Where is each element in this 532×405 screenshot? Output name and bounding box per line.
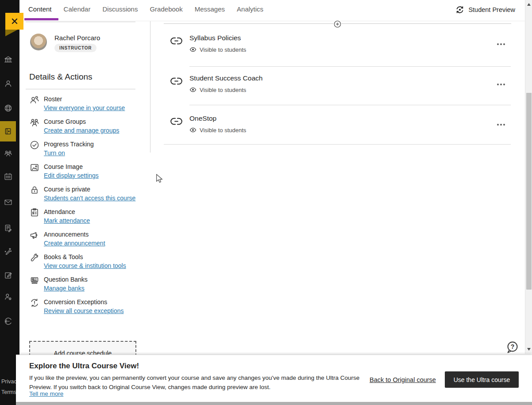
- scrollbar-down-arrow[interactable]: [527, 348, 531, 351]
- roster-link[interactable]: View everyone in your course: [44, 103, 125, 113]
- visibility-eye-icon: [189, 46, 197, 53]
- item-label: Announcements: [44, 230, 105, 239]
- attendance-link[interactable]: Mark attendance: [44, 216, 90, 225]
- admin-icon[interactable]: [0, 287, 16, 307]
- tab-content[interactable]: Content: [28, 5, 52, 13]
- terms-link[interactable]: Terms: [1, 389, 16, 395]
- progress-tracking-link[interactable]: Turn on: [44, 149, 65, 158]
- help-button[interactable]: ?: [505, 340, 520, 354]
- scrollbar-thumb[interactable]: [526, 93, 532, 290]
- globe-icon[interactable]: [0, 98, 16, 118]
- content-item-status[interactable]: Visible to students: [189, 126, 246, 134]
- profile-icon[interactable]: [0, 73, 16, 94]
- content-item-title[interactable]: OneStop: [189, 115, 216, 122]
- grades-icon[interactable]: [0, 218, 16, 238]
- tab-discussions[interactable]: Discussions: [102, 5, 138, 13]
- announcements-link[interactable]: Create announcement: [44, 239, 105, 248]
- attendance-icon: [29, 207, 40, 218]
- question-banks-icon: [29, 275, 40, 286]
- question-banks-link[interactable]: Manage banks: [44, 284, 85, 293]
- course-image-icon: [29, 162, 40, 173]
- instructor-name: Rachel Porcaro: [54, 34, 100, 42]
- content-market-icon[interactable]: [0, 265, 16, 285]
- content-item-status[interactable]: Visible to students: [189, 46, 246, 53]
- progress-tracking-icon: [29, 140, 40, 150]
- tell-me-more-link[interactable]: Tell me more: [29, 390, 63, 397]
- courses-icon[interactable]: [0, 121, 16, 141]
- student-preview-button[interactable]: Student Preview: [455, 5, 515, 15]
- mouse-cursor: [156, 174, 164, 185]
- banner-heading: Explore the Ultra Course View!: [29, 362, 139, 371]
- content-item-status[interactable]: Visible to students: [189, 86, 246, 93]
- content-list-bottom-border: [164, 144, 511, 145]
- item-label: Question Banks: [44, 275, 88, 284]
- ultra-preview-banner: Explore the Ultra Course View! If you li…: [16, 355, 532, 402]
- course-image-link[interactable]: Edit display settings: [44, 171, 99, 180]
- close-preview-button[interactable]: [5, 13, 23, 30]
- item-divider: [189, 105, 511, 105]
- item-label: Attendance: [44, 207, 90, 216]
- plus-icon: [334, 20, 341, 28]
- use-ultra-course-button[interactable]: Use the Ultra course: [445, 371, 519, 388]
- window-bottom-edge: [16, 402, 532, 405]
- course-groups-icon: [29, 117, 40, 128]
- item-divider: [189, 66, 511, 67]
- list-item-progress-tracking: Progress Tracking Turn on: [29, 140, 136, 158]
- details-actions-list: Roster View everyone in your course Cour…: [29, 95, 136, 320]
- books-tools-icon: [29, 252, 40, 263]
- books-tools-link[interactable]: View course & institution tools: [44, 261, 126, 271]
- conversion-exceptions-link[interactable]: Review all course exceptions: [44, 306, 124, 316]
- item-options-menu-button[interactable]: [495, 121, 507, 129]
- list-item-course-private: Course is private Students can't access …: [29, 185, 136, 203]
- instructor-role-badge: INSTRUCTOR: [54, 44, 96, 52]
- item-label: Conversion Exceptions: [44, 298, 124, 306]
- item-label: Progress Tracking: [44, 140, 94, 149]
- content-item-title[interactable]: Student Success Coach: [189, 74, 262, 82]
- item-options-menu-button[interactable]: [495, 80, 507, 88]
- tab-analytics[interactable]: Analytics: [237, 5, 263, 13]
- item-options-menu-button[interactable]: [495, 40, 507, 48]
- details-actions-divider: [26, 89, 135, 89]
- announcements-icon: [29, 230, 40, 241]
- privacy-link[interactable]: Privacy: [1, 378, 16, 385]
- course-groups-link[interactable]: Create and manage groups: [44, 126, 119, 135]
- vertical-scrollbar[interactable]: [525, 0, 532, 354]
- institution-icon[interactable]: [0, 50, 16, 70]
- course-tab-bar: Content Calendar Discussions Gradebook M…: [19, 0, 525, 21]
- svg-text:?: ?: [511, 343, 515, 350]
- tab-calendar[interactable]: Calendar: [64, 5, 91, 13]
- lock-icon: [29, 185, 40, 195]
- link-icon: [170, 76, 183, 87]
- roster-icon: [29, 95, 40, 105]
- sign-out-icon[interactable]: [0, 311, 16, 331]
- calendar-icon[interactable]: [0, 166, 16, 187]
- banner-body-text: If you like the preview, you can permane…: [29, 373, 366, 392]
- messages-icon[interactable]: [0, 192, 16, 212]
- link-icon: [170, 116, 183, 127]
- tab-messages[interactable]: Messages: [195, 5, 225, 13]
- list-item-attendance: Attendance Mark attendance: [29, 207, 136, 225]
- list-item-course-image: Course Image Edit display settings: [29, 162, 136, 180]
- item-label: Course Groups: [44, 117, 119, 126]
- course-private-link[interactable]: Students can't access this course: [44, 194, 135, 203]
- panel-content-divider: [150, 20, 150, 153]
- back-to-original-link[interactable]: Back to Original course: [370, 376, 436, 383]
- visibility-eye-icon: [189, 86, 197, 93]
- tab-gradebook[interactable]: Gradebook: [150, 5, 182, 13]
- instructor-avatar[interactable]: [30, 34, 47, 50]
- scrollbar-up-arrow[interactable]: [527, 3, 531, 6]
- visibility-eye-icon: [189, 126, 197, 134]
- blackboard-ultra-preview-window: Privacy Terms Content Calendar Discussio…: [0, 0, 532, 405]
- tools-icon[interactable]: [0, 241, 16, 261]
- student-preview-icon: [455, 5, 465, 15]
- add-content-button[interactable]: [333, 20, 342, 28]
- item-label: Course Image: [44, 162, 99, 171]
- list-item-books-tools: Books & Tools View course & institution …: [29, 252, 136, 271]
- organizations-icon[interactable]: [0, 143, 16, 163]
- item-label: Books & Tools: [44, 252, 126, 261]
- list-item-course-groups: Course Groups Create and manage groups: [29, 117, 136, 135]
- content-item-title[interactable]: Syllabus Policies: [189, 34, 241, 42]
- list-item-question-banks: Question Banks Manage banks: [29, 275, 136, 293]
- item-label: Roster: [44, 95, 125, 103]
- close-icon: [11, 17, 19, 25]
